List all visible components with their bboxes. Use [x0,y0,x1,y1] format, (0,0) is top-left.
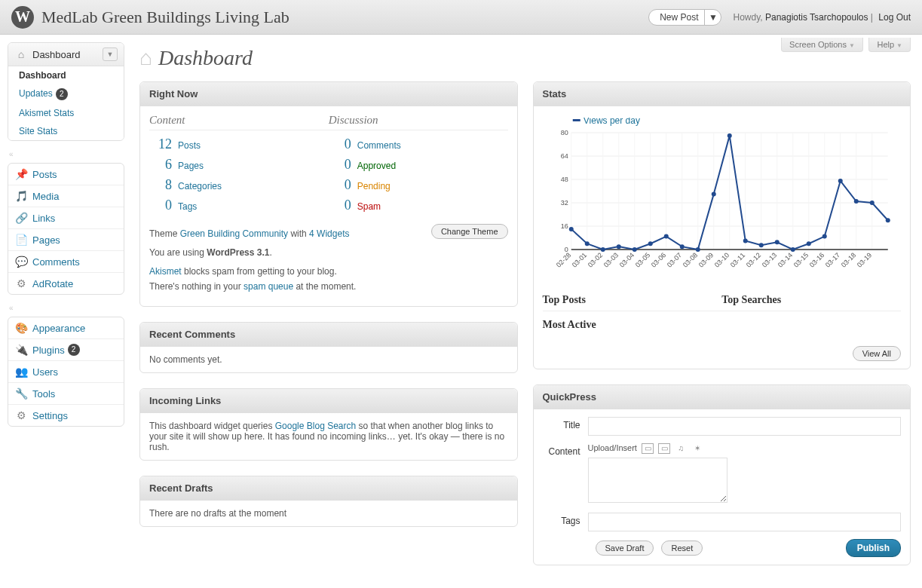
sidebar-item-label: Appearance [32,323,85,334]
chevron-down-icon[interactable]: ▼ [704,10,721,25]
widget-title[interactable]: Stats [534,82,911,106]
add-audio-icon[interactable]: ♫ [675,444,687,455]
spam-queue-link[interactable]: spam queue [244,281,293,292]
menu-top-dashboard[interactable]: ⌂ Dashboard ▼ [8,43,124,66]
count[interactable]: 8 [149,177,172,193]
save-draft-button[interactable]: Save Draft [596,541,654,556]
svg-point-54 [584,241,589,246]
svg-text:03-17: 03-17 [823,251,841,268]
svg-text:03-09: 03-09 [697,251,714,268]
sidebar-item[interactable]: 💬Comments [8,251,124,273]
sidebar-sub-item[interactable]: Dashboard [8,66,124,84]
count-label[interactable]: Tags [178,201,197,212]
qp-content-textarea[interactable] [588,458,727,503]
google-blog-search-link[interactable]: Google Blog Search [275,421,356,431]
svg-point-57 [632,247,636,252]
widget-title[interactable]: Incoming Links [140,389,517,413]
widget-title[interactable]: Recent Comments [140,323,517,347]
chevron-down-icon: ▼ [896,42,902,49]
sidebar-sub-item[interactable]: Site Stats [8,122,124,140]
help-tab[interactable]: Help▼ [868,38,911,52]
sidebar-sub-item[interactable]: Updates2 [8,84,124,104]
widget-quickpress: QuickPress Title Content Upload/Insert [533,384,911,565]
sidebar-item[interactable]: 🔗Links [8,207,124,229]
users-icon: 👥 [14,366,28,378]
akismet-text: blocks spam from getting to your blog. [182,266,337,277]
count-label[interactable]: Comments [357,140,401,151]
menu-group-dashboard: ⌂ Dashboard ▼ DashboardUpdates2Akismet S… [8,42,124,141]
svg-point-66 [774,240,779,244]
svg-text:03-02: 03-02 [586,251,603,268]
sidebar-sub-item[interactable]: Akismet Stats [8,104,124,122]
svg-text:03-08: 03-08 [681,251,698,268]
appearance-icon: 🎨 [14,322,28,334]
new-post-button[interactable]: New Post ▼ [648,9,721,26]
add-image-icon[interactable]: ▭ [642,443,654,454]
sidebar-item[interactable]: 🔌Plugins2 [8,339,124,361]
collapse-icon[interactable]: « [9,150,124,158]
akismet-link[interactable]: Akismet [149,266,182,277]
collapse-icon[interactable]: « [9,304,124,312]
count[interactable]: 0 [149,198,172,213]
count-label[interactable]: Pending [357,181,391,191]
widgets-link[interactable]: 4 Widgets [309,228,349,239]
count-label[interactable]: Posts [178,140,201,151]
logout-link[interactable]: Log Out [878,12,911,23]
add-media-icon[interactable]: ✶ [691,444,703,455]
svg-point-65 [758,243,763,247]
top-searches-heading: Top Searches [721,289,901,311]
add-video-icon[interactable]: ▭ [658,443,670,454]
count[interactable]: 0 [329,157,351,173]
sidebar-item[interactable]: 📌Posts [8,164,124,185]
sidebar-item[interactable]: 🎵Media [8,185,124,207]
svg-rect-74 [572,119,580,121]
wordpress-logo[interactable]: W [11,6,34,29]
svg-text:16: 16 [560,222,568,230]
svg-text:03-18: 03-18 [839,251,856,268]
svg-text:Views per day: Views per day [583,118,639,126]
sidebar-item[interactable]: 🔧Tools [8,383,124,405]
widget-stats: Stats 0163248648002-2803-0103-0203-0303-… [533,81,911,369]
page-icon: 📄 [14,234,28,246]
qp-tags-input[interactable] [588,513,902,531]
screen-options-tab[interactable]: Screen Options▼ [781,38,863,52]
sidebar-item[interactable]: 📄Pages [8,229,124,251]
gear-icon: ⚙ [14,277,28,289]
sidebar-item-label: Posts [32,169,57,180]
username-link[interactable]: Panagiotis Tsarchopoulos [765,12,868,23]
count-label[interactable]: Approved [357,161,396,171]
theme-link[interactable]: Green Building Community [180,228,288,239]
count-label[interactable]: Spam [357,201,381,212]
count[interactable]: 0 [329,136,351,152]
widget-title[interactable]: Right Now [140,82,517,106]
count-label[interactable]: Pages [178,161,204,171]
sidebar-item[interactable]: ⚙Settings [8,405,124,426]
widget-title[interactable]: QuickPress [534,385,911,409]
count-label[interactable]: Categories [178,181,222,191]
change-theme-button[interactable]: Change Theme [431,224,508,239]
count[interactable]: 12 [149,136,172,152]
content-heading: Content [149,114,329,130]
comment-icon: 💬 [14,256,28,268]
svg-text:80: 80 [560,129,568,136]
svg-text:03-10: 03-10 [712,251,730,268]
widget-title[interactable]: Recent Drafts [140,476,517,501]
svg-point-63 [727,133,731,138]
view-all-button[interactable]: View All [853,346,901,361]
stats-chart: 0163248648002-2803-0103-0203-0303-0403-0… [547,118,898,276]
count[interactable]: 6 [149,157,172,173]
reset-button[interactable]: Reset [661,541,703,556]
sidebar-item[interactable]: 🎨Appearance [8,317,124,339]
badge: 2 [68,344,80,356]
publish-button[interactable]: Publish [846,539,901,557]
sidebar-item[interactable]: 👥Users [8,361,124,383]
count[interactable]: 0 [329,177,351,193]
svg-text:64: 64 [560,152,568,160]
chevron-down-icon[interactable]: ▼ [103,47,118,61]
site-title[interactable]: MedLab Green Buildings Living Lab [41,8,648,27]
chevron-down-icon: ▼ [849,42,855,49]
plugin-icon: 🔌 [14,344,28,356]
qp-title-input[interactable] [588,417,902,436]
count[interactable]: 0 [329,198,351,213]
sidebar-item[interactable]: ⚙AdRotate [8,273,124,294]
